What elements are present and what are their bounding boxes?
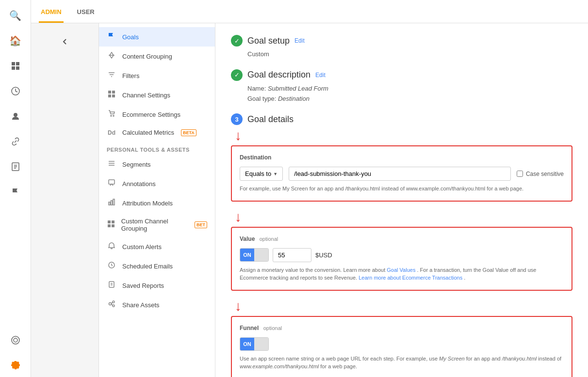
svg-rect-21 <box>109 180 114 184</box>
funnel-hint: Use an app screen name string or a web p… <box>240 355 564 371</box>
toggle-off <box>254 249 268 261</box>
arrow-3: ↓ <box>231 298 572 314</box>
svg-rect-1 <box>16 62 19 65</box>
svg-rect-13 <box>112 91 115 94</box>
secondary-sidebar <box>31 23 99 377</box>
arrow-2: ↓ <box>231 209 572 225</box>
svg-point-5 <box>14 113 17 117</box>
value-row: ON $USD <box>240 248 564 262</box>
settings-icon[interactable] <box>4 354 27 377</box>
nav-item-calculated-metrics[interactable]: Dd Calculated Metrics BETA <box>99 124 215 141</box>
svg-point-33 <box>109 303 112 305</box>
svg-rect-15 <box>112 94 115 97</box>
svg-rect-26 <box>112 220 114 223</box>
attribution-models-label: Attribution Models <box>122 200 173 207</box>
dashboard-icon[interactable] <box>4 54 27 78</box>
goal-description-subtitle: Name: Submitted Lead Form Goal type: Des… <box>231 84 572 104</box>
goal-setup-edit[interactable]: Edit <box>294 37 305 44</box>
value-toggle[interactable]: ON <box>240 248 269 262</box>
type-label: Goal type: <box>247 95 276 102</box>
value-hint-link2[interactable]: Learn more about Ecommerce Transactions <box>359 275 462 281</box>
scheduled-emails-label: Scheduled Emails <box>122 263 173 270</box>
goal-details-title: Goal details <box>247 114 294 125</box>
ecommerce-settings-label: Ecommerce Settings <box>122 111 180 118</box>
tab-user[interactable]: USER <box>75 8 97 23</box>
svg-rect-14 <box>108 94 111 97</box>
nav-item-custom-channel-grouping[interactable]: Custom Channel Grouping BET <box>99 213 215 237</box>
nav-item-filters[interactable]: Filters <box>99 66 215 85</box>
funnel-toggle-on: ON <box>240 338 254 350</box>
goal-setup-check: ✓ <box>231 35 243 47</box>
nav-item-segments[interactable]: Segments <box>99 155 215 174</box>
goal-description-edit[interactable]: Edit <box>315 72 326 79</box>
goal-details-header: 3 Goal details <box>231 113 572 125</box>
clock-icon[interactable] <box>4 79 27 103</box>
annotations-label: Annotations <box>122 180 156 188</box>
nav-item-channel-settings[interactable]: Channel Settings <box>99 85 215 105</box>
nav-item-annotations[interactable]: Annotations <box>99 174 215 193</box>
goal-details-section: 3 Goal details ↓ Destination Equals to C… <box>231 113 572 377</box>
custom-alerts-label: Custom Alerts <box>122 243 162 251</box>
custom-channel-grouping-label: Custom Channel Grouping <box>121 218 188 232</box>
custom-alerts-icon <box>107 242 116 251</box>
personal-tools-header: PERSONAL TOOLS & ASSETS <box>99 141 215 155</box>
svg-point-34 <box>113 301 114 303</box>
nav-item-goals[interactable]: Goals <box>99 27 215 47</box>
report-icon[interactable] <box>4 155 27 178</box>
svg-point-11 <box>14 338 17 342</box>
svg-rect-3 <box>16 66 19 70</box>
nav-item-ecommerce-settings[interactable]: Ecommerce Settings <box>99 105 215 124</box>
value-amount-input[interactable] <box>273 248 311 262</box>
funnel-box: Funnel optional ON Use an app screen nam… <box>231 316 572 377</box>
tab-admin[interactable]: ADMIN <box>39 8 64 23</box>
link-icon[interactable] <box>4 130 27 153</box>
scheduled-emails-icon <box>107 261 116 271</box>
nav-item-custom-alerts[interactable]: Custom Alerts <box>99 237 215 256</box>
nav-menu: Goals Content Grouping Filters Channel S… <box>99 23 215 377</box>
annotations-icon <box>107 179 116 188</box>
nav-item-saved-reports[interactable]: Saved Reports <box>99 276 215 295</box>
user-icon[interactable] <box>4 105 27 128</box>
destination-row: Equals to Case sensitive <box>240 167 564 181</box>
content-area: Goals Content Grouping Filters Channel S… <box>31 23 588 377</box>
back-arrow-button[interactable] <box>56 33 74 50</box>
search-icon[interactable]: 🔍 <box>4 4 27 27</box>
nav-item-scheduled-emails[interactable]: Scheduled Emails <box>99 256 215 276</box>
svg-point-35 <box>113 305 114 307</box>
nav-item-share-assets[interactable]: Share Assets <box>99 295 215 314</box>
value-box: Value optional ON $USD Assign a monetary… <box>231 227 572 291</box>
destination-label: Destination <box>240 154 564 161</box>
destination-hint: For example, use My Screen for an app an… <box>240 185 564 193</box>
goal-setup-subtitle: Custom <box>231 49 572 60</box>
case-sensitive-checkbox[interactable] <box>517 171 523 177</box>
flag-icon[interactable] <box>4 180 27 204</box>
filters-label: Filters <box>122 72 139 79</box>
nav-item-content-grouping[interactable]: Content Grouping <box>99 47 215 66</box>
saved-reports-label: Saved Reports <box>122 282 164 289</box>
segments-icon <box>107 159 116 169</box>
svg-rect-25 <box>108 220 111 223</box>
svg-rect-27 <box>108 224 111 227</box>
custom-channel-grouping-badge: BET <box>195 221 207 228</box>
equals-to-select[interactable]: Equals to <box>240 167 283 181</box>
value-label: Value optional <box>240 236 564 242</box>
case-sensitive-wrapper: Case sensitive <box>517 171 564 177</box>
value-hint-link1[interactable]: Goal Values <box>387 267 415 273</box>
attribution-models-icon <box>107 198 116 208</box>
funnel-toggle[interactable]: ON <box>240 337 269 351</box>
svg-point-10 <box>12 336 19 344</box>
value-hint-text1: Assign a monetary value to the conversio… <box>240 267 385 273</box>
home-icon[interactable]: 🏠 <box>4 29 27 52</box>
svg-rect-24 <box>113 199 114 205</box>
goal-setup-header: ✓ Goal setup Edit <box>231 35 572 47</box>
destination-url-input[interactable] <box>289 167 511 181</box>
nav-item-attribution-models[interactable]: Attribution Models <box>99 193 215 213</box>
type-value: Destination <box>278 95 310 102</box>
share-assets-label: Share Assets <box>122 301 160 309</box>
svg-point-17 <box>113 115 114 116</box>
svg-rect-22 <box>109 202 110 205</box>
svg-rect-23 <box>111 201 113 205</box>
target-icon[interactable] <box>4 329 27 352</box>
currency-label: $USD <box>315 251 332 259</box>
name-label: Name: <box>247 85 266 92</box>
